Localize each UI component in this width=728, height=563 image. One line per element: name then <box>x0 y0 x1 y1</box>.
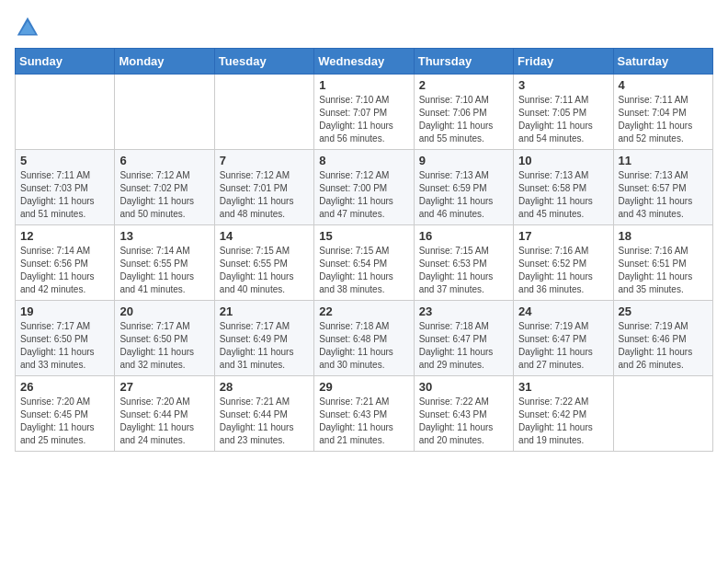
day-info: Sunrise: 7:17 AMSunset: 6:50 PMDaylight:… <box>119 320 209 372</box>
calendar-day-20: 20Sunrise: 7:17 AMSunset: 6:50 PMDayligh… <box>115 301 214 376</box>
calendar-day-3: 3Sunrise: 7:11 AMSunset: 7:05 PMDaylight… <box>514 75 613 150</box>
day-number: 8 <box>319 154 408 167</box>
day-info: Sunrise: 7:18 AMSunset: 6:48 PMDaylight:… <box>319 320 408 372</box>
day-number: 15 <box>319 229 408 243</box>
day-info: Sunrise: 7:11 AMSunset: 7:03 PMDaylight:… <box>20 169 109 221</box>
calendar-empty <box>115 75 214 150</box>
calendar-day-11: 11Sunrise: 7:13 AMSunset: 6:57 PMDayligh… <box>613 150 712 225</box>
col-header-thursday: Thursday <box>414 49 513 75</box>
day-number: 26 <box>20 380 109 394</box>
calendar-day-12: 12Sunrise: 7:14 AMSunset: 6:56 PMDayligh… <box>16 225 115 301</box>
day-info: Sunrise: 7:13 AMSunset: 6:58 PMDaylight:… <box>518 169 608 221</box>
day-number: 24 <box>518 304 608 318</box>
calendar-empty <box>613 376 712 452</box>
day-info: Sunrise: 7:18 AMSunset: 6:47 PMDaylight:… <box>419 320 508 372</box>
day-number: 17 <box>518 229 608 243</box>
day-number: 19 <box>20 304 109 318</box>
day-number: 14 <box>220 229 309 243</box>
day-number: 27 <box>119 380 209 394</box>
day-number: 11 <box>619 154 708 167</box>
day-number: 5 <box>20 154 109 167</box>
calendar-day-30: 30Sunrise: 7:22 AMSunset: 6:43 PMDayligh… <box>414 376 513 452</box>
day-info: Sunrise: 7:16 AMSunset: 6:52 PMDaylight:… <box>518 245 608 296</box>
calendar-week-row: 26Sunrise: 7:20 AMSunset: 6:45 PMDayligh… <box>16 376 713 452</box>
day-number: 6 <box>119 154 209 167</box>
calendar-week-row: 5Sunrise: 7:11 AMSunset: 7:03 PMDaylight… <box>16 150 713 225</box>
calendar-day-28: 28Sunrise: 7:21 AMSunset: 6:44 PMDayligh… <box>214 376 313 452</box>
calendar-day-25: 25Sunrise: 7:19 AMSunset: 6:46 PMDayligh… <box>613 301 712 376</box>
calendar-day-19: 19Sunrise: 7:17 AMSunset: 6:50 PMDayligh… <box>16 301 115 376</box>
calendar-day-26: 26Sunrise: 7:20 AMSunset: 6:45 PMDayligh… <box>16 376 115 452</box>
calendar-week-row: 1Sunrise: 7:10 AMSunset: 7:07 PMDaylight… <box>16 75 713 150</box>
day-info: Sunrise: 7:21 AMSunset: 6:43 PMDaylight:… <box>319 396 408 447</box>
calendar-day-8: 8Sunrise: 7:12 AMSunset: 7:00 PMDaylight… <box>314 150 414 225</box>
day-info: Sunrise: 7:20 AMSunset: 6:45 PMDaylight:… <box>20 396 109 447</box>
day-info: Sunrise: 7:16 AMSunset: 6:51 PMDaylight:… <box>619 245 708 296</box>
day-info: Sunrise: 7:11 AMSunset: 7:04 PMDaylight:… <box>619 94 708 145</box>
day-number: 3 <box>518 78 608 92</box>
calendar-day-29: 29Sunrise: 7:21 AMSunset: 6:43 PMDayligh… <box>314 376 414 452</box>
day-info: Sunrise: 7:10 AMSunset: 7:07 PMDaylight:… <box>319 94 408 145</box>
calendar-day-9: 9Sunrise: 7:13 AMSunset: 6:59 PMDaylight… <box>414 150 513 225</box>
day-number: 30 <box>419 380 508 394</box>
logo <box>15 15 44 40</box>
calendar-day-17: 17Sunrise: 7:16 AMSunset: 6:52 PMDayligh… <box>514 225 613 301</box>
col-header-monday: Monday <box>115 49 214 75</box>
calendar-day-24: 24Sunrise: 7:19 AMSunset: 6:47 PMDayligh… <box>514 301 613 376</box>
calendar-day-15: 15Sunrise: 7:15 AMSunset: 6:54 PMDayligh… <box>314 225 414 301</box>
day-number: 25 <box>619 304 708 318</box>
day-info: Sunrise: 7:11 AMSunset: 7:05 PMDaylight:… <box>518 94 608 145</box>
calendar-empty <box>16 75 115 150</box>
day-number: 9 <box>419 154 508 167</box>
day-info: Sunrise: 7:15 AMSunset: 6:55 PMDaylight:… <box>220 245 309 296</box>
day-number: 21 <box>220 304 309 318</box>
col-header-sunday: Sunday <box>16 49 115 75</box>
day-info: Sunrise: 7:15 AMSunset: 6:53 PMDaylight:… <box>419 245 508 296</box>
day-info: Sunrise: 7:14 AMSunset: 6:55 PMDaylight:… <box>119 245 209 296</box>
day-info: Sunrise: 7:19 AMSunset: 6:46 PMDaylight:… <box>619 320 708 372</box>
calendar-day-7: 7Sunrise: 7:12 AMSunset: 7:01 PMDaylight… <box>214 150 313 225</box>
day-info: Sunrise: 7:14 AMSunset: 6:56 PMDaylight:… <box>20 245 109 296</box>
col-header-wednesday: Wednesday <box>314 49 414 75</box>
calendar-day-18: 18Sunrise: 7:16 AMSunset: 6:51 PMDayligh… <box>613 225 712 301</box>
calendar-week-row: 19Sunrise: 7:17 AMSunset: 6:50 PMDayligh… <box>16 301 713 376</box>
calendar-day-4: 4Sunrise: 7:11 AMSunset: 7:04 PMDaylight… <box>613 75 712 150</box>
calendar-empty <box>214 75 313 150</box>
calendar-day-2: 2Sunrise: 7:10 AMSunset: 7:06 PMDaylight… <box>414 75 513 150</box>
day-info: Sunrise: 7:13 AMSunset: 6:57 PMDaylight:… <box>619 169 708 221</box>
day-number: 29 <box>319 380 408 394</box>
calendar-day-1: 1Sunrise: 7:10 AMSunset: 7:07 PMDaylight… <box>314 75 414 150</box>
day-info: Sunrise: 7:22 AMSunset: 6:43 PMDaylight:… <box>419 396 508 447</box>
day-number: 22 <box>319 304 408 318</box>
day-number: 7 <box>220 154 309 167</box>
logo-icon <box>15 15 40 40</box>
day-info: Sunrise: 7:10 AMSunset: 7:06 PMDaylight:… <box>419 94 508 145</box>
day-info: Sunrise: 7:12 AMSunset: 7:01 PMDaylight:… <box>220 169 309 221</box>
day-number: 1 <box>319 78 408 92</box>
day-info: Sunrise: 7:17 AMSunset: 6:49 PMDaylight:… <box>220 320 309 372</box>
calendar-day-14: 14Sunrise: 7:15 AMSunset: 6:55 PMDayligh… <box>214 225 313 301</box>
day-info: Sunrise: 7:21 AMSunset: 6:44 PMDaylight:… <box>220 396 309 447</box>
day-number: 4 <box>619 78 708 92</box>
calendar-week-row: 12Sunrise: 7:14 AMSunset: 6:56 PMDayligh… <box>16 225 713 301</box>
col-header-saturday: Saturday <box>613 49 712 75</box>
day-number: 28 <box>220 380 309 394</box>
day-number: 16 <box>419 229 508 243</box>
day-info: Sunrise: 7:12 AMSunset: 7:02 PMDaylight:… <box>119 169 209 221</box>
day-info: Sunrise: 7:12 AMSunset: 7:00 PMDaylight:… <box>319 169 408 221</box>
day-number: 13 <box>119 229 209 243</box>
calendar-day-21: 21Sunrise: 7:17 AMSunset: 6:49 PMDayligh… <box>214 301 313 376</box>
day-number: 10 <box>518 154 608 167</box>
header <box>15 15 713 40</box>
day-number: 20 <box>119 304 209 318</box>
day-number: 23 <box>419 304 508 318</box>
calendar-day-5: 5Sunrise: 7:11 AMSunset: 7:03 PMDaylight… <box>16 150 115 225</box>
calendar-day-13: 13Sunrise: 7:14 AMSunset: 6:55 PMDayligh… <box>115 225 214 301</box>
day-info: Sunrise: 7:20 AMSunset: 6:44 PMDaylight:… <box>119 396 209 447</box>
day-number: 2 <box>419 78 508 92</box>
day-info: Sunrise: 7:13 AMSunset: 6:59 PMDaylight:… <box>419 169 508 221</box>
day-info: Sunrise: 7:15 AMSunset: 6:54 PMDaylight:… <box>319 245 408 296</box>
day-info: Sunrise: 7:19 AMSunset: 6:47 PMDaylight:… <box>518 320 608 372</box>
day-info: Sunrise: 7:22 AMSunset: 6:42 PMDaylight:… <box>518 396 608 447</box>
col-header-tuesday: Tuesday <box>214 49 313 75</box>
